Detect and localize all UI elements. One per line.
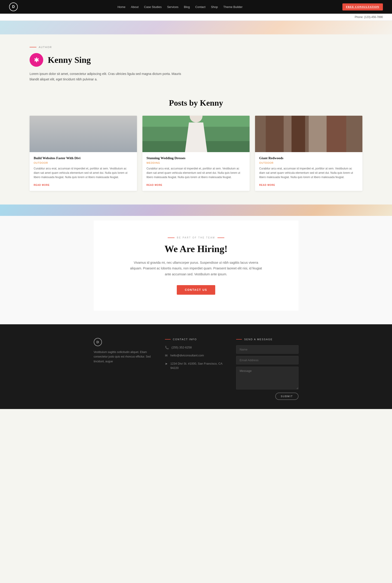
nav-case-studies[interactable]: Case Studies bbox=[144, 5, 162, 9]
read-more-2[interactable]: READ MORE bbox=[146, 184, 162, 186]
footer-contact-title: CONTACT INFO bbox=[165, 338, 227, 341]
email-icon: ✉ bbox=[165, 354, 168, 358]
hiring-desc: Vivamus id gravida mi, nec ullamcorper p… bbox=[128, 260, 264, 277]
location-icon: ➤ bbox=[165, 362, 168, 366]
footer-form-line bbox=[236, 339, 242, 340]
svg-rect-1 bbox=[30, 134, 137, 152]
footer-address-item: ➤ 1234 Divi St. #1000, San Francisco, CA… bbox=[165, 361, 227, 370]
phone-icon: 📞 bbox=[165, 346, 169, 350]
svg-rect-15 bbox=[284, 116, 292, 152]
post-title-3: Giant Redwoods bbox=[259, 156, 358, 160]
post-category-1: Outdoor bbox=[34, 161, 133, 164]
author-label-text: AUTHOR bbox=[39, 46, 52, 49]
author-label-line bbox=[30, 47, 36, 47]
hiring-section: BE PART OF THE TEAM We Are Hiring! Vivam… bbox=[94, 220, 298, 311]
name-input[interactable] bbox=[236, 345, 298, 354]
svg-rect-13 bbox=[327, 116, 346, 152]
author-avatar: ✱ bbox=[30, 53, 43, 67]
post-excerpt-1: Curabitur arcu erat, accumsan id imperdi… bbox=[34, 166, 133, 180]
svg-rect-12 bbox=[291, 116, 305, 152]
svg-rect-0 bbox=[30, 116, 137, 152]
footer-col-form: SEND A MESSAGE SUBMIT bbox=[236, 338, 298, 400]
phone-text: Phone: (123)-456-7890 bbox=[355, 16, 383, 19]
contact-us-button[interactable]: CONTACT US bbox=[177, 285, 216, 295]
gradient-divider bbox=[0, 204, 392, 216]
read-more-1[interactable]: READ MORE bbox=[34, 184, 50, 186]
footer-form-title: SEND A MESSAGE bbox=[236, 338, 298, 341]
footer-desc: Vestibulum sagittis sollicitudin aliquet… bbox=[94, 350, 156, 364]
message-input[interactable] bbox=[236, 367, 298, 389]
post-image-wedding bbox=[142, 116, 250, 152]
post-card-1-content: Build Websites Faster With Divi Outdoor … bbox=[30, 152, 137, 191]
footer-phone-item: 📞 (255) 352-6258 bbox=[165, 345, 227, 350]
hiring-label-text: BE PART OF THE TEAM bbox=[177, 236, 215, 239]
hiring-wrapper: BE PART OF THE TEAM We Are Hiring! Vivam… bbox=[0, 216, 392, 324]
post-image-divi bbox=[30, 116, 137, 152]
post-category-2: Wedding bbox=[146, 161, 246, 164]
hiring-label-line-left bbox=[168, 237, 174, 238]
nav-services[interactable]: Services bbox=[167, 5, 178, 9]
author-bio: Lorem ipsum dolor sit amet, consectetur … bbox=[30, 71, 189, 82]
posts-grid: Build Websites Faster With Divi Outdoor … bbox=[30, 116, 362, 191]
footer-grid: D Vestibulum sagittis sollicitudin aliqu… bbox=[94, 338, 298, 400]
author-label: AUTHOR bbox=[30, 46, 362, 49]
author-info: ✱ Kenny Sing bbox=[30, 53, 362, 67]
footer-address: 1234 Divi St. #1000, San Francisco, CA 9… bbox=[170, 361, 227, 370]
post-card-1: Build Websites Faster With Divi Outdoor … bbox=[30, 116, 137, 191]
post-image-redwood bbox=[255, 116, 362, 152]
post-title-1: Build Websites Faster With Divi bbox=[34, 156, 133, 160]
posts-title: Posts by Kenny bbox=[30, 98, 362, 108]
nav-links: Home About Case Studies Services Blog Co… bbox=[118, 5, 242, 9]
footer-contact-label: CONTACT INFO bbox=[173, 338, 197, 341]
post-card-3-content: Giant Redwoods Outdoor Curabitur arcu er… bbox=[255, 152, 362, 191]
read-more-3[interactable]: READ MORE bbox=[259, 184, 275, 186]
hiring-label-line-right bbox=[218, 237, 224, 238]
nav-theme-builder[interactable]: Theme Builder bbox=[224, 5, 243, 9]
svg-rect-11 bbox=[266, 116, 284, 152]
svg-rect-14 bbox=[309, 116, 327, 152]
post-card-3: Giant Redwoods Outdoor Curabitur arcu er… bbox=[255, 116, 362, 191]
footer-email-item: ✉ hello@diviconsultant.com bbox=[165, 353, 227, 358]
hiring-title: We Are Hiring! bbox=[103, 243, 290, 254]
svg-rect-4 bbox=[51, 137, 115, 144]
post-category-3: Outdoor bbox=[259, 161, 358, 164]
navbar: D Home About Case Studies Services Blog … bbox=[0, 0, 392, 14]
author-avatar-icon: ✱ bbox=[34, 56, 39, 64]
post-excerpt-2: Curabitur arcu erat, accumsan id imperdi… bbox=[146, 166, 246, 180]
footer-form-label: SEND A MESSAGE bbox=[244, 338, 272, 341]
footer: D Vestibulum sagittis sollicitudin aliqu… bbox=[0, 324, 392, 409]
svg-point-3 bbox=[56, 121, 74, 139]
hero-gradient bbox=[0, 21, 392, 34]
footer-email: hello@diviconsultant.com bbox=[170, 353, 204, 358]
nav-cta-button[interactable]: FREE CONSULTATION bbox=[342, 4, 383, 11]
nav-shop[interactable]: Shop bbox=[211, 5, 218, 9]
nav-contact[interactable]: Contact bbox=[195, 5, 206, 9]
submit-button[interactable]: SUBMIT bbox=[275, 393, 298, 400]
email-input[interactable] bbox=[236, 356, 298, 364]
post-card-2: Stunning Wedding Dresses Wedding Curabit… bbox=[142, 116, 250, 191]
footer-phone: (255) 352-6258 bbox=[172, 345, 192, 350]
posts-section: Posts by Kenny Build Websites Faster Wit… bbox=[0, 91, 392, 205]
footer-col-contact: CONTACT INFO 📞 (255) 352-6258 ✉ hello@di… bbox=[165, 338, 227, 400]
author-section: AUTHOR ✱ Kenny Sing Lorem ipsum dolor si… bbox=[0, 34, 392, 91]
phone-bar: Phone: (123)-456-7890 bbox=[0, 14, 392, 21]
hiring-label: BE PART OF THE TEAM bbox=[103, 236, 290, 239]
nav-logo[interactable]: D bbox=[9, 3, 18, 11]
post-card-2-content: Stunning Wedding Dresses Wedding Curabit… bbox=[142, 152, 250, 191]
footer-logo: D bbox=[94, 338, 102, 346]
author-name: Kenny Sing bbox=[48, 55, 91, 65]
nav-home[interactable]: Home bbox=[118, 5, 125, 9]
footer-col-brand: D Vestibulum sagittis sollicitudin aliqu… bbox=[94, 338, 156, 400]
post-excerpt-3: Curabitur arcu erat, accumsan id imperdi… bbox=[259, 166, 358, 180]
footer-contact-line bbox=[165, 339, 171, 340]
post-title-2: Stunning Wedding Dresses bbox=[146, 156, 246, 160]
nav-blog[interactable]: Blog bbox=[184, 5, 190, 9]
nav-about[interactable]: About bbox=[131, 5, 138, 9]
svg-rect-2 bbox=[44, 127, 115, 152]
